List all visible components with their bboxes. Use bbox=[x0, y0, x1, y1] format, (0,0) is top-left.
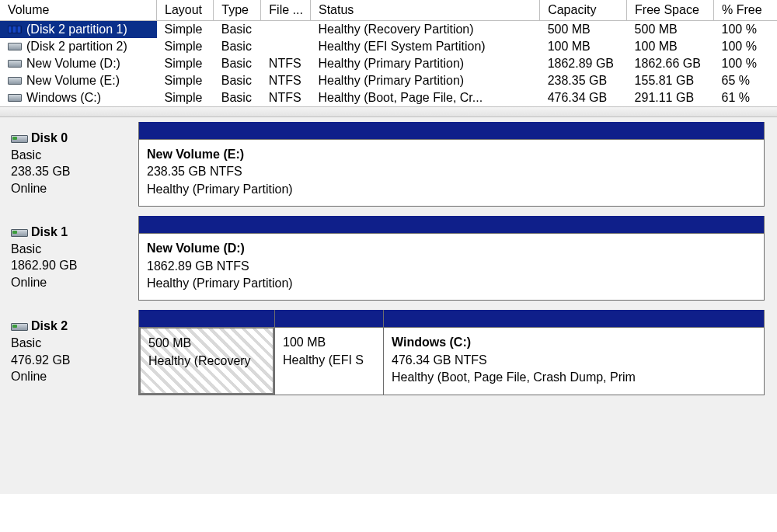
volume-cell[interactable]: (Disk 2 partition 2) bbox=[0, 38, 157, 55]
cell-capacity: 476.34 GB bbox=[540, 89, 627, 106]
partition-body[interactable]: New Volume (E:)238.35 GB NTFSHealthy (Pr… bbox=[139, 139, 764, 206]
partition-size: 476.34 GB NTFS bbox=[392, 352, 756, 369]
cell-free: 155.81 GB bbox=[627, 72, 714, 89]
partition-color-bar bbox=[139, 310, 274, 327]
cell-free: 291.11 GB bbox=[627, 89, 714, 106]
volume-cell[interactable]: (Disk 2 partition 1) bbox=[0, 21, 157, 38]
table-row[interactable]: (Disk 2 partition 1)SimpleBasicHealthy (… bbox=[0, 21, 777, 39]
cell-free: 1862.66 GB bbox=[627, 55, 714, 72]
col-layout[interactable]: Layout bbox=[157, 0, 214, 21]
disk-block[interactable]: Disk 2Basic476.92 GBOnline500 MBHealthy … bbox=[0, 305, 777, 399]
cell-layout: Simple bbox=[157, 21, 214, 39]
disk-size: 476.92 GB bbox=[11, 353, 71, 367]
cell-capacity: 100 MB bbox=[540, 38, 627, 55]
disk-type: Basic bbox=[11, 242, 41, 256]
disk-state: Online bbox=[11, 182, 47, 195]
disk-name: Disk 2 bbox=[31, 319, 68, 332]
cell-pct: 100 % bbox=[714, 55, 777, 72]
table-row[interactable]: New Volume (D:)SimpleBasicNTFSHealthy (P… bbox=[0, 55, 777, 72]
partition-block[interactable]: Windows (C:)476.34 GB NTFSHealthy (Boot,… bbox=[384, 310, 764, 394]
cell-layout: Simple bbox=[157, 72, 214, 89]
col-filesystem[interactable]: File ... bbox=[261, 0, 311, 21]
volume-list[interactable]: Volume Layout Type File ... Status Capac… bbox=[0, 0, 777, 106]
cell-pct: 100 % bbox=[714, 38, 777, 55]
partition-color-bar bbox=[275, 310, 383, 327]
partition-title: Windows (C:) bbox=[392, 334, 756, 351]
cell-status: Healthy (EFI System Partition) bbox=[311, 38, 540, 55]
partition-body[interactable]: New Volume (D:)1862.89 GB NTFSHealthy (P… bbox=[139, 233, 764, 300]
cell-type: Basic bbox=[214, 89, 261, 106]
cell-pct: 100 % bbox=[714, 21, 777, 39]
disk-partitions: New Volume (E:)238.35 GB NTFSHealthy (Pr… bbox=[138, 122, 765, 207]
col-capacity[interactable]: Capacity bbox=[540, 0, 627, 21]
partition-title: New Volume (E:) bbox=[147, 146, 756, 163]
column-header-row[interactable]: Volume Layout Type File ... Status Capac… bbox=[0, 0, 777, 21]
cell-status: Healthy (Boot, Page File, Cr... bbox=[311, 89, 540, 106]
volume-name: (Disk 2 partition 2) bbox=[26, 40, 127, 54]
cell-fs: NTFS bbox=[261, 72, 311, 89]
col-volume[interactable]: Volume bbox=[0, 0, 157, 21]
cell-free: 100 MB bbox=[627, 38, 714, 55]
disk-partitions: 500 MBHealthy (Recovery100 MBHealthy (EF… bbox=[138, 310, 765, 395]
disk-label[interactable]: Disk 2Basic476.92 GBOnline bbox=[8, 310, 132, 395]
disk-block[interactable]: Disk 1Basic1862.90 GBOnlineNew Volume (D… bbox=[0, 211, 777, 305]
pane-splitter[interactable] bbox=[0, 106, 777, 117]
cell-type: Basic bbox=[214, 38, 261, 55]
partition-body[interactable]: 100 MBHealthy (EFI S bbox=[275, 327, 383, 394]
disk-icon bbox=[11, 135, 28, 143]
cell-capacity: 1862.89 GB bbox=[540, 55, 627, 72]
col-type[interactable]: Type bbox=[214, 0, 261, 21]
partition-color-bar bbox=[139, 216, 764, 233]
disk-graphical-pane: Disk 0Basic238.35 GBOnlineNew Volume (E:… bbox=[0, 117, 777, 494]
cell-layout: Simple bbox=[157, 55, 214, 72]
volume-icon bbox=[8, 60, 22, 68]
partition-size: 500 MB bbox=[148, 335, 265, 352]
disk-state: Online bbox=[11, 370, 47, 383]
disk-name: Disk 1 bbox=[31, 225, 68, 238]
table-row[interactable]: New Volume (E:)SimpleBasicNTFSHealthy (P… bbox=[0, 72, 777, 89]
col-status[interactable]: Status bbox=[311, 0, 540, 21]
disk-label[interactable]: Disk 0Basic238.35 GBOnline bbox=[8, 122, 132, 207]
partition-block[interactable]: 500 MBHealthy (Recovery bbox=[139, 310, 275, 394]
cell-pct: 65 % bbox=[714, 72, 777, 89]
table-row[interactable]: Windows (C:)SimpleBasicNTFSHealthy (Boot… bbox=[0, 89, 777, 106]
col-pct-free[interactable]: % Free bbox=[714, 0, 777, 21]
partition-size: 238.35 GB NTFS bbox=[147, 163, 756, 180]
partition-title: New Volume (D:) bbox=[147, 240, 756, 257]
partition-body[interactable]: 500 MBHealthy (Recovery bbox=[139, 327, 274, 394]
partition-block[interactable]: New Volume (E:)238.35 GB NTFSHealthy (Pr… bbox=[139, 122, 764, 206]
volume-cell[interactable]: New Volume (D:) bbox=[0, 55, 157, 72]
cell-pct: 61 % bbox=[714, 89, 777, 106]
disk-name: Disk 0 bbox=[31, 131, 68, 144]
partition-block[interactable]: New Volume (D:)1862.89 GB NTFSHealthy (P… bbox=[139, 216, 764, 300]
partition-status: Healthy (Primary Partition) bbox=[147, 181, 756, 198]
volume-name: (Disk 2 partition 1) bbox=[26, 23, 127, 37]
table-row[interactable]: (Disk 2 partition 2)SimpleBasicHealthy (… bbox=[0, 38, 777, 55]
cell-status: Healthy (Primary Partition) bbox=[311, 55, 540, 72]
volume-cell[interactable]: New Volume (E:) bbox=[0, 72, 157, 89]
disk-size: 1862.90 GB bbox=[11, 259, 77, 272]
disk-label[interactable]: Disk 1Basic1862.90 GBOnline bbox=[8, 216, 132, 301]
disk-icon bbox=[11, 323, 28, 331]
partition-body[interactable]: Windows (C:)476.34 GB NTFSHealthy (Boot,… bbox=[384, 327, 764, 394]
partition-block[interactable]: 100 MBHealthy (EFI S bbox=[275, 310, 384, 394]
cell-layout: Simple bbox=[157, 89, 214, 106]
disk-graphical-scroll[interactable]: Disk 0Basic238.35 GBOnlineNew Volume (E:… bbox=[0, 117, 777, 494]
disk-partitions: New Volume (D:)1862.89 GB NTFSHealthy (P… bbox=[138, 216, 765, 301]
cell-fs bbox=[261, 38, 311, 55]
partition-status: Healthy (Primary Partition) bbox=[147, 275, 756, 292]
cell-capacity: 500 MB bbox=[540, 21, 627, 39]
cell-fs: NTFS bbox=[261, 89, 311, 106]
volume-icon bbox=[8, 43, 22, 50]
disk-icon bbox=[11, 229, 28, 237]
volume-cell[interactable]: Windows (C:) bbox=[0, 89, 157, 106]
cell-capacity: 238.35 GB bbox=[540, 72, 627, 89]
partition-color-bar bbox=[139, 122, 764, 139]
col-free-space[interactable]: Free Space bbox=[627, 0, 714, 21]
disk-block[interactable]: Disk 0Basic238.35 GBOnlineNew Volume (E:… bbox=[0, 117, 777, 211]
partition-status: Healthy (Recovery bbox=[148, 353, 265, 370]
cell-fs: NTFS bbox=[261, 55, 311, 72]
cell-status: Healthy (Primary Partition) bbox=[311, 72, 540, 89]
disk-type: Basic bbox=[11, 148, 41, 162]
volume-icon bbox=[8, 94, 22, 102]
